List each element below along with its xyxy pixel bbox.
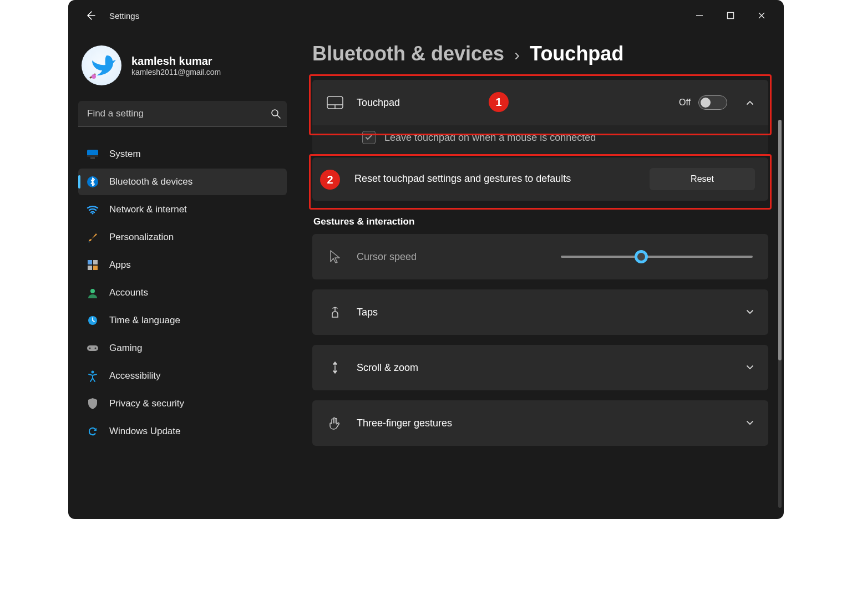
sidebar-item-label: Windows Update — [109, 426, 181, 437]
accessibility-icon — [86, 369, 99, 383]
sidebar-item-label: Personalization — [109, 232, 174, 243]
chevron-up-icon — [739, 98, 755, 108]
svg-rect-14 — [93, 266, 98, 270]
svg-point-3 — [272, 110, 278, 116]
chevron-down-icon — [739, 307, 755, 317]
touchpad-subpanel: Leave touchpad on when a mouse is connec… — [312, 125, 768, 154]
sidebar-item-windows-update[interactable]: Windows Update — [78, 418, 287, 445]
svg-point-19 — [95, 348, 97, 349]
gestures-heading: Gestures & interaction — [313, 216, 768, 227]
breadcrumb-separator: › — [513, 45, 521, 64]
hand-icon — [326, 416, 344, 430]
reset-description: Reset touchpad settings and gestures to … — [354, 172, 640, 185]
sidebar-item-accessibility[interactable]: Accessibility — [78, 363, 287, 389]
cursor-speed-title: Cursor speed — [357, 251, 549, 263]
sidebar-item-label: Accounts — [109, 287, 148, 298]
touchpad-state-label: Off — [679, 98, 691, 108]
three-finger-expander[interactable]: Three-finger gestures — [312, 400, 768, 446]
reset-row: Reset touchpad settings and gestures to … — [312, 157, 768, 201]
leave-touchpad-label: Leave touchpad on when a mouse is connec… — [384, 132, 596, 144]
svg-rect-1 — [728, 13, 734, 19]
search-icon — [270, 108, 281, 119]
svg-point-15 — [90, 289, 95, 293]
slider-thumb[interactable] — [635, 250, 648, 263]
bluetooth-icon — [86, 175, 99, 189]
svg-point-20 — [92, 371, 94, 374]
bird-icon — [84, 48, 119, 83]
back-button[interactable] — [82, 7, 99, 24]
sidebar-item-label: Privacy & security — [109, 398, 184, 409]
check-icon — [364, 133, 373, 142]
cursor-speed-slider[interactable] — [561, 256, 753, 258]
scroll-zoom-expander[interactable]: Scroll & zoom — [312, 345, 768, 390]
scroll-icon — [326, 360, 344, 375]
main-content: Bluetooth & devices › Touchpad Touchpad — [297, 31, 784, 519]
sidebar-item-label: Network & internet — [109, 204, 187, 215]
search-input[interactable] — [78, 101, 287, 126]
apps-icon — [86, 258, 99, 272]
profile-name: kamlesh kumar — [131, 55, 221, 68]
svg-point-2 — [92, 74, 96, 79]
sidebar-item-label: Bluetooth & devices — [109, 176, 192, 187]
scroll-zoom-title: Scroll & zoom — [357, 362, 727, 374]
touchpad-icon — [326, 96, 344, 109]
window-controls — [684, 4, 777, 27]
nav-list: System Bluetooth & devices Network & int… — [78, 141, 287, 445]
sidebar-item-label: Apps — [109, 259, 131, 271]
sidebar-item-network[interactable]: Network & internet — [78, 196, 287, 223]
minimize-button[interactable] — [684, 4, 715, 27]
minimize-icon — [696, 12, 703, 19]
close-button[interactable] — [746, 4, 777, 27]
update-icon — [86, 425, 99, 438]
arrow-left-icon — [85, 10, 96, 21]
sidebar-item-bluetooth-devices[interactable]: Bluetooth & devices — [78, 169, 287, 195]
svg-line-4 — [277, 115, 280, 118]
leave-touchpad-checkbox[interactable] — [362, 131, 376, 144]
svg-rect-17 — [87, 345, 98, 351]
sidebar-item-personalization[interactable]: Personalization — [78, 224, 287, 251]
tap-icon — [326, 305, 344, 319]
sidebar-item-apps[interactable]: Apps — [78, 252, 287, 278]
breadcrumb-parent[interactable]: Bluetooth & devices — [312, 42, 504, 65]
svg-rect-13 — [88, 266, 92, 270]
sidebar-item-system[interactable]: System — [78, 141, 287, 167]
svg-rect-11 — [88, 260, 92, 264]
profile-email: kamlesh2011@gmail.com — [131, 68, 221, 77]
settings-window: Settings — [68, 0, 784, 519]
touchpad-expander[interactable]: Touchpad Off — [312, 80, 768, 125]
svg-point-18 — [89, 348, 91, 349]
touchpad-toggle[interactable] — [698, 95, 727, 110]
sidebar-item-time-language[interactable]: Time & language — [78, 307, 287, 334]
svg-point-10 — [92, 212, 93, 214]
scrollbar[interactable] — [778, 120, 782, 508]
titlebar: Settings — [68, 0, 784, 31]
maximize-button[interactable] — [715, 4, 746, 27]
reset-button[interactable]: Reset — [650, 168, 755, 190]
shield-icon — [86, 397, 99, 410]
sidebar-item-label: Accessibility — [109, 370, 161, 381]
sidebar-item-label: System — [109, 149, 141, 160]
sidebar-item-gaming[interactable]: Gaming — [78, 335, 287, 362]
clock-icon — [86, 314, 99, 327]
touchpad-title: Touchpad — [357, 97, 667, 109]
avatar — [82, 45, 121, 85]
scrollbar-thumb[interactable] — [778, 120, 782, 360]
sidebar-item-accounts[interactable]: Accounts — [78, 279, 287, 306]
taps-title: Taps — [357, 307, 727, 318]
search-button[interactable] — [270, 108, 281, 119]
chevron-down-icon — [739, 418, 755, 428]
taps-expander[interactable]: Taps — [312, 289, 768, 335]
profile-block[interactable]: kamlesh kumar kamlesh2011@gmail.com — [78, 42, 287, 96]
person-icon — [86, 286, 99, 299]
sidebar-item-privacy[interactable]: Privacy & security — [78, 390, 287, 417]
sidebar-item-label: Gaming — [109, 343, 143, 354]
gamepad-icon — [86, 342, 99, 355]
search-wrap — [78, 101, 287, 126]
svg-rect-12 — [93, 260, 98, 264]
display-icon — [86, 147, 99, 161]
sidebar: kamlesh kumar kamlesh2011@gmail.com Syst… — [68, 31, 297, 519]
close-icon — [758, 12, 765, 19]
breadcrumb: Bluetooth & devices › Touchpad — [312, 42, 768, 80]
page-title: Touchpad — [530, 42, 623, 65]
paintbrush-icon — [86, 231, 99, 244]
